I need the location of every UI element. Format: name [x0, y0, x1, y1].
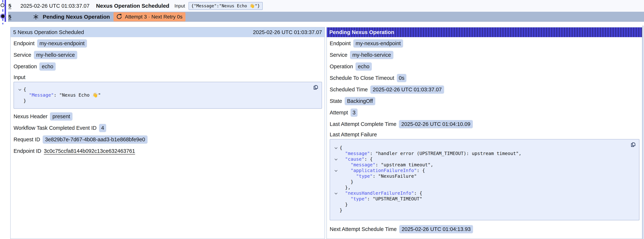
pending-operation-panel: Pending Nexus Operation Endpoint my-nexu…: [326, 27, 642, 239]
collapse-chevron-icon[interactable]: [18, 88, 21, 91]
scheduled-event-panel: 5 Nexus Operation Scheduled 2025-02-26 U…: [10, 27, 325, 239]
timeline-node-current-icon: [1, 14, 4, 18]
field-operation-value: echo: [39, 62, 56, 71]
copy-icon[interactable]: [312, 84, 319, 91]
endpoint-id-link[interactable]: 3c0c75ccfa8144b092c13ce632463761: [44, 148, 135, 154]
scheduled-panel-timestamp: 2025-02-26 UTC 01:03:37.07: [253, 29, 322, 35]
field-request-id: Request ID 3e829b7e-7d67-4b08-aad3-b1e86…: [14, 135, 322, 144]
collapse-chevron-icon[interactable]: [334, 146, 338, 149]
failure-section-label: Last Attempt Failure: [330, 132, 640, 137]
scrollbar[interactable]: [642, 26, 644, 239]
event-input-preview-chip[interactable]: {"Message":"Nexus Echo 👋"}: [188, 2, 263, 10]
pending-panel-header: Pending Nexus Operation: [327, 28, 642, 37]
field-operation: Operation echo: [14, 62, 322, 71]
event-input-label: Input: [174, 3, 185, 9]
retry-icon: [116, 14, 122, 20]
field-attempt: Attempt 3: [330, 108, 640, 117]
field-endpoint-value: my-nexus-endpoint: [37, 39, 87, 48]
field-wft-completed-event-id-value: 4: [99, 124, 106, 132]
field-endpoint: Endpoint my-nexus-endpoint: [330, 39, 640, 48]
input-section-label: Input: [14, 74, 322, 80]
field-endpoint-id: Endpoint ID 3c0c75ccfa8144b092c13ce63246…: [14, 146, 322, 155]
field-request-id-value: 3e829b7e-7d67-4b08-aad3-b1e868bfe9e0: [43, 136, 148, 144]
failure-code-block: { "message": "handler error (UPSTREAM_TI…: [330, 139, 640, 220]
retry-badge-text: Attempt 3 · Next Retry 0s: [125, 14, 182, 20]
field-wft-completed-event-id: Workflow Task Completed Event ID 4: [14, 124, 322, 132]
collapse-chevron-icon[interactable]: [334, 158, 338, 160]
event-id-link[interactable]: 5: [8, 3, 11, 9]
retry-badge: Attempt 3 · Next Retry 0s: [114, 12, 185, 22]
field-state-value: BackingOff: [345, 97, 375, 105]
field-service: Service my-hello-service: [330, 50, 640, 59]
event-title: Nexus Operation Scheduled: [96, 3, 169, 9]
field-endpoint-value: my-nexus-endpoint: [353, 39, 403, 48]
scheduled-panel-title: 5 Nexus Operation Scheduled: [13, 29, 84, 35]
pending-spinner-icon: [32, 14, 39, 20]
copy-icon[interactable]: [630, 142, 636, 148]
field-schedule-to-close-timeout-value: 0s: [397, 74, 406, 82]
input-code-block: { "Message": "Nexus Echo 👋" }: [14, 82, 322, 109]
field-service-value: my-hello-service: [34, 51, 77, 59]
timeline-active-bar: [4, 0, 6, 22]
collapse-chevron-icon[interactable]: [334, 169, 338, 172]
field-nexus-header-value: present: [50, 112, 72, 120]
scheduled-panel-header: 5 Nexus Operation Scheduled 2025-02-26 U…: [10, 28, 324, 37]
field-service: Service my-hello-service: [14, 50, 322, 59]
field-next-attempt-schedule-time: Next Attempt Schedule Time 2025-02-26 UT…: [330, 225, 640, 234]
field-operation: Operation echo: [330, 62, 640, 71]
field-nexus-header: Nexus Header present: [14, 112, 322, 121]
pending-panel-title: Pending Nexus Operation: [329, 29, 394, 35]
event-row-pending[interactable]: 5 Pending Nexus Operation Attempt 3 · Ne…: [8, 12, 644, 22]
field-service-value: my-hello-service: [350, 51, 394, 59]
field-scheduled-time-value: 2025-02-26 UTC 01:03:37.07: [370, 86, 444, 94]
event-timestamp: 2025-02-26 UTC 01:03:37.07: [20, 3, 90, 9]
field-next-attempt-schedule-time-value: 2025-02-26 UTC 01:04:13.93: [399, 225, 473, 233]
collapse-chevron-icon[interactable]: [334, 192, 338, 194]
pending-id-link[interactable]: 5: [8, 14, 11, 20]
field-endpoint: Endpoint my-nexus-endpoint: [14, 39, 322, 48]
field-operation-value: echo: [356, 62, 372, 71]
pending-title: Pending Nexus Operation: [43, 14, 110, 20]
event-row-scheduled[interactable]: 5 2025-02-26 UTC 01:03:37.07 Nexus Opera…: [8, 0, 644, 12]
field-schedule-to-close-timeout: Schedule To Close Timeout 0s: [330, 74, 640, 82]
field-last-attempt-complete-time: Last Attempt Complete Time 2025-02-26 UT…: [330, 120, 640, 128]
field-last-attempt-complete-time-value: 2025-02-26 UTC 01:04:10.09: [399, 120, 473, 128]
timeline-node-open-icon: [0, 3, 4, 7]
field-attempt-value: 3: [350, 108, 358, 117]
field-scheduled-time: Scheduled Time 2025-02-26 UTC 01:03:37.0…: [330, 85, 640, 94]
field-state: State BackingOff: [330, 96, 640, 106]
